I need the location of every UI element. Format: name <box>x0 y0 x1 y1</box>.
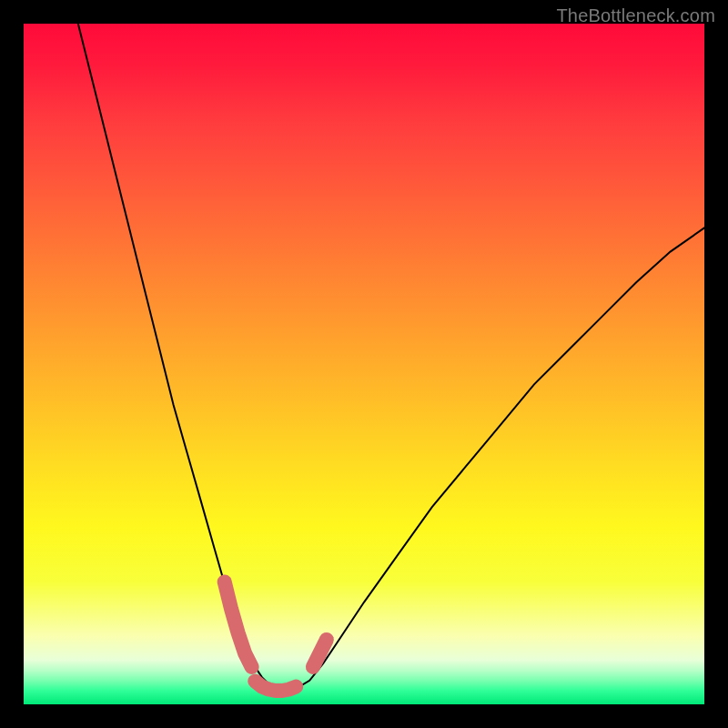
chart-area <box>24 24 704 704</box>
highlight-bottom <box>255 682 296 691</box>
bottleneck-curve <box>78 24 704 691</box>
bottleneck-plot <box>24 24 704 704</box>
highlight-left <box>225 581 252 667</box>
watermark-text: TheBottleneck.com <box>556 5 715 26</box>
